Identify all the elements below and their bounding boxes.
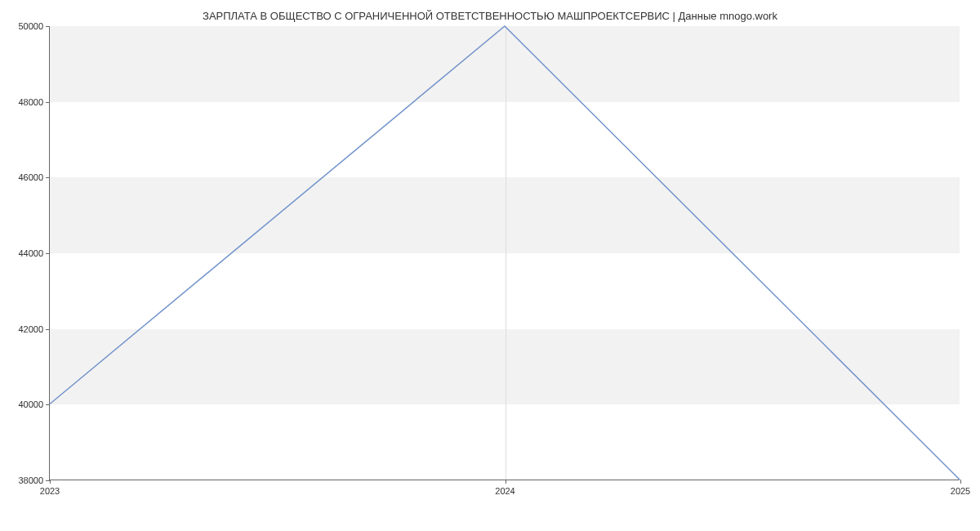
y-tick-label: 50000	[18, 21, 43, 31]
y-tick-label: 46000	[18, 172, 43, 182]
y-tick-label: 40000	[18, 399, 43, 409]
x-tick	[960, 480, 961, 484]
x-tick	[506, 480, 506, 484]
x-tick-label: 2025	[951, 486, 970, 496]
data-line	[50, 26, 960, 480]
plot-area: 50000 48000 46000 44000 42000 40000 3800…	[49, 26, 960, 480]
y-tick-label: 48000	[18, 97, 43, 107]
y-tick-label: 38000	[18, 475, 43, 485]
y-tick-label: 44000	[18, 248, 43, 258]
x-tick-label: 2023	[40, 486, 60, 496]
data-line-svg	[50, 26, 960, 480]
x-tick	[50, 480, 51, 484]
x-tick-label: 2024	[495, 486, 514, 496]
chart-plot-area: 50000 48000 46000 44000 42000 40000 3800…	[49, 26, 960, 480]
chart-title: ЗАРПЛАТА В ОБЩЕСТВО С ОГРАНИЧЕННОЙ ОТВЕТ…	[0, 0, 980, 22]
y-tick-label: 42000	[18, 324, 43, 334]
